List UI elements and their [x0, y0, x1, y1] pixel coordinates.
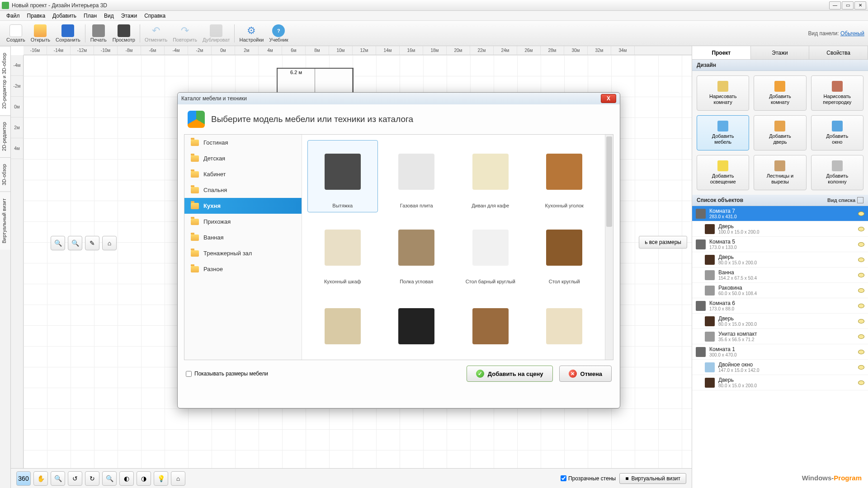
catalog-item[interactable]: Диван для кафе: [455, 140, 526, 212]
category-item[interactable]: Гостиная: [184, 135, 302, 150]
folder-icon: [191, 187, 199, 193]
folder-icon: [191, 171, 199, 178]
item-thumbnail: [458, 142, 524, 201]
folder-icon: [191, 235, 199, 241]
item-label: Стол барный круглый: [466, 277, 515, 286]
dialog-titlebar[interactable]: Каталог мебели и техники X: [178, 93, 620, 104]
category-item[interactable]: Кухня: [184, 198, 302, 214]
category-item[interactable]: Ванная: [184, 230, 302, 245]
item-label: Полка угловая: [400, 277, 433, 286]
catalog-item[interactable]: [529, 292, 600, 360]
category-list[interactable]: ГостинаяДетскаяКабинетСпальняКухняПрихож…: [184, 135, 302, 360]
item-thumbnail: [310, 294, 376, 358]
item-label: Вытяжка: [332, 201, 353, 210]
item-thumbnail: [532, 294, 598, 358]
category-item[interactable]: Разное: [184, 261, 302, 277]
catalog-item[interactable]: Полка угловая: [382, 216, 452, 288]
folder-icon: [191, 140, 199, 146]
item-thumbnail: [310, 218, 376, 277]
item-thumbnail: [384, 294, 450, 358]
item-thumbnail: [384, 218, 450, 277]
category-item[interactable]: Детская: [184, 150, 302, 166]
catalog-icon: [188, 111, 205, 128]
dialog-close-button[interactable]: X: [601, 94, 616, 103]
check-icon: [476, 370, 484, 378]
item-thumbnail: [532, 142, 598, 201]
catalog-item[interactable]: Стол барный круглый: [455, 216, 526, 288]
catalog-item[interactable]: Вытяжка: [307, 140, 378, 212]
item-label: Газовая плита: [400, 201, 433, 210]
dialog-overlay: Каталог мебели и техники X Выберите моде…: [0, 0, 868, 488]
cancel-icon: [569, 370, 577, 378]
dialog-header: Выберите модель мебели или техники из ка…: [178, 104, 620, 134]
item-label: Стол круглый: [549, 277, 580, 286]
furniture-catalog-dialog: Каталог мебели и техники X Выберите моде…: [177, 92, 620, 408]
add-to-scene-button[interactable]: Добавить на сцену: [467, 366, 553, 382]
catalog-item[interactable]: [455, 292, 526, 360]
folder-icon: [191, 155, 199, 162]
item-scrollbar[interactable]: [605, 135, 613, 360]
catalog-item[interactable]: Стол круглый: [529, 216, 600, 288]
category-item[interactable]: Прихожая: [184, 214, 302, 230]
catalog-item[interactable]: Кухонный уголок: [529, 140, 600, 212]
catalog-item[interactable]: [307, 292, 378, 360]
item-label: Диван для кафе: [472, 201, 509, 210]
item-thumbnail: [532, 218, 598, 277]
dialog-title: Каталог мебели и техники: [181, 95, 247, 102]
folder-icon: [191, 250, 199, 257]
folder-icon: [191, 266, 199, 272]
catalog-item[interactable]: Газовая плита: [382, 140, 452, 212]
item-thumbnail: [458, 294, 524, 358]
watermark: Windows-Program: [802, 474, 862, 482]
category-item[interactable]: Тренажерный зал: [184, 245, 302, 261]
item-thumbnail: [310, 142, 376, 201]
catalog-item[interactable]: [382, 292, 452, 360]
folder-icon: [191, 203, 199, 209]
show-sizes-checkbox[interactable]: Показывать размеры мебели: [186, 371, 268, 377]
dialog-footer: Показывать размеры мебели Добавить на сц…: [178, 360, 620, 387]
item-grid[interactable]: ВытяжкаГазовая плитаДиван для кафеКухонн…: [302, 135, 605, 360]
item-label: Кухонный шкаф: [324, 277, 361, 286]
category-item[interactable]: Кабинет: [184, 166, 302, 182]
item-thumbnail: [458, 218, 524, 277]
category-item[interactable]: Спальня: [184, 182, 302, 198]
catalog-item[interactable]: Кухонный шкаф: [307, 216, 378, 288]
item-label: Кухонный уголок: [545, 201, 584, 210]
dialog-heading: Выберите модель мебели или техники из ка…: [211, 114, 413, 124]
cancel-button[interactable]: Отмена: [559, 366, 612, 382]
folder-icon: [191, 219, 199, 225]
item-thumbnail: [384, 142, 450, 201]
